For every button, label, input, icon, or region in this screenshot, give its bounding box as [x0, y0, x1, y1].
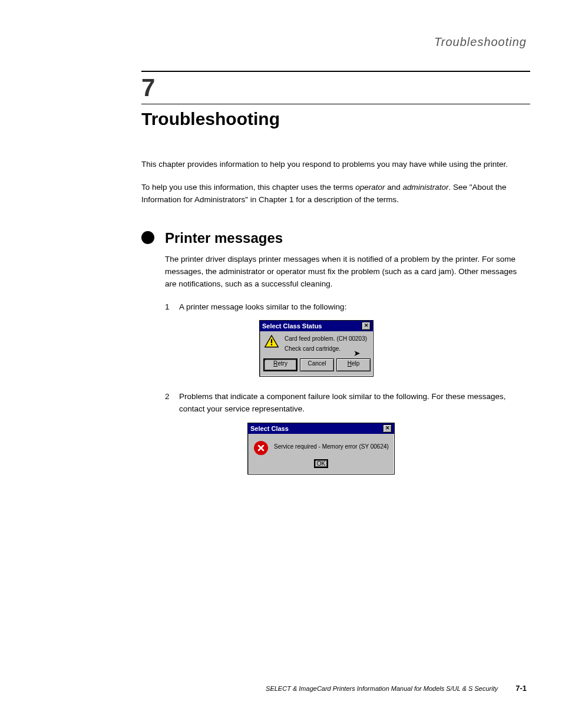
step-2-text: Problems that indicate a component failu…	[179, 391, 530, 416]
side-running-title: Troubleshooting	[434, 35, 527, 49]
error-icon	[254, 441, 268, 455]
svg-rect-1	[271, 340, 272, 344]
help-button[interactable]: Help	[336, 358, 371, 371]
intro-p2-em1: operator	[355, 183, 385, 192]
chapter-title: Troubleshooting	[141, 109, 530, 129]
step-2: 2 Problems that indicate a component fai…	[165, 391, 530, 416]
chapter-number: 7	[141, 75, 530, 100]
status-dialog-buttons: Retry Cancel Help	[260, 356, 373, 376]
content-column: 7 Troubleshooting This chapter provides …	[141, 71, 530, 475]
section-heading-row: Printer messages	[141, 230, 530, 246]
page-container: Troubleshooting 7 Troubleshooting This c…	[0, 0, 562, 728]
horizontal-rule-under-number	[141, 104, 530, 104]
status-message-line-1: Card feed problem. (CH 00203)	[285, 335, 368, 342]
close-icon[interactable]: ✕	[383, 424, 392, 433]
error-icon-col	[254, 440, 270, 455]
retry-rest: etry	[277, 360, 287, 367]
error-dialog-body: Service required - Memory error (SY 0062…	[248, 434, 394, 457]
error-dialog-title: Select Class	[250, 425, 289, 432]
section-paragraph-1: The printer driver displays printer mess…	[165, 253, 530, 291]
intro-p2-prefix: To help you use this information, this c…	[141, 183, 355, 192]
step-1: 1 A printer message looks similar to the…	[165, 301, 530, 314]
step-1-text: A printer message looks similar to the f…	[179, 301, 346, 314]
intro-paragraph-1: This chapter provides information to hel…	[141, 159, 530, 171]
intro-p2-mid: and	[385, 183, 402, 192]
footer-doc-title: SELECT & ImageCard Printers Information …	[266, 685, 498, 692]
page-footer: SELECT & ImageCard Printers Information …	[106, 684, 527, 693]
error-dialog-titlebar[interactable]: Select Class ✕	[248, 423, 394, 434]
status-dialog: Select Class Status ✕	[259, 320, 373, 377]
step-1-number: 1	[165, 301, 179, 314]
step-2-number: 2	[165, 391, 179, 416]
warning-icon-col	[265, 335, 281, 348]
retry-button[interactable]: Retry	[263, 358, 297, 371]
status-dialog-titlebar[interactable]: Select Class Status ✕	[260, 321, 373, 331]
dialog-2-wrapper: Select Class ✕ Service required - Mem	[247, 423, 530, 475]
intro-paragraph-2: To help you use this information, this c…	[141, 182, 530, 206]
error-dialog: Select Class ✕ Service required - Mem	[247, 423, 395, 475]
intro-p2-em2: administrator	[403, 183, 449, 192]
horizontal-rule-top	[141, 71, 530, 72]
warning-icon	[265, 335, 281, 348]
help-rest: elp	[352, 360, 359, 367]
error-message-line-1: Service required - Memory error (SY 0062…	[274, 443, 389, 450]
error-dialog-buttons: OK	[248, 457, 394, 474]
status-dialog-message: Card feed problem. (CH 00203) Check card…	[285, 335, 368, 355]
error-dialog-message: Service required - Memory error (SY 0062…	[274, 443, 389, 453]
footer-page-number: 7-1	[515, 684, 527, 693]
section-title: Printer messages	[165, 230, 283, 246]
ok-button[interactable]: OK	[314, 459, 328, 468]
cancel-button[interactable]: Cancel	[300, 358, 334, 371]
help-mnemonic: H	[348, 360, 352, 367]
status-message-line-2: Check card cartridge.	[285, 345, 368, 353]
status-dialog-body: Card feed problem. (CH 00203) Check card…	[260, 331, 373, 356]
dialog-1-wrapper: Select Class Status ✕	[259, 320, 530, 377]
bullet-icon	[141, 231, 154, 244]
status-dialog-title: Select Class Status	[262, 322, 322, 330]
svg-rect-2	[271, 344, 272, 345]
close-icon[interactable]: ✕	[362, 322, 371, 330]
